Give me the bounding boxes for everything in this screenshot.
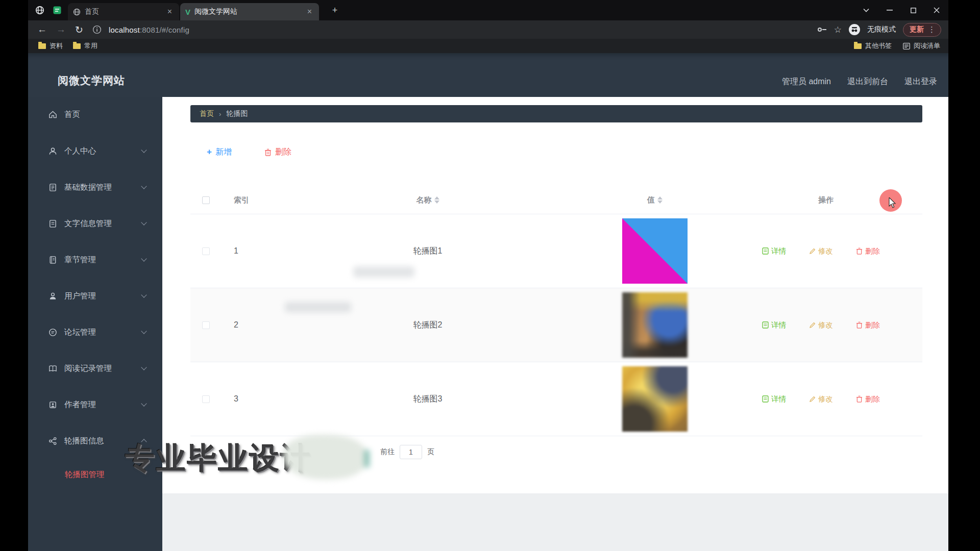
bookmark-folder-cy[interactable]: 常用 <box>73 41 97 51</box>
add-button[interactable]: + 新增 <box>207 147 232 158</box>
sidebar-item-users[interactable]: 用户管理 <box>28 284 162 308</box>
sidebar-item-home[interactable]: 首页 <box>28 102 162 127</box>
password-key-icon[interactable] <box>818 27 827 32</box>
toolbar: + 新增 删除 <box>207 144 291 160</box>
select-all-checkbox[interactable] <box>202 196 210 204</box>
edit-button[interactable]: 修改 <box>809 320 833 330</box>
detail-button[interactable]: 详情 <box>762 320 786 330</box>
edit-icon <box>809 248 816 255</box>
home-icon <box>48 110 57 119</box>
chevron-down-icon <box>141 256 146 261</box>
url-field[interactable]: localhost:8081/#/config <box>109 26 189 34</box>
detail-button[interactable]: 详情 <box>762 394 786 404</box>
back-icon[interactable]: ← <box>37 24 47 35</box>
delete-button[interactable]: 删除 <box>264 147 291 158</box>
detail-button[interactable]: 详情 <box>762 246 786 256</box>
folder-icon <box>38 43 46 49</box>
sidebar-item-basedata[interactable]: 基础数据管理 <box>28 175 162 199</box>
incognito-icon <box>849 24 860 35</box>
carousel-image-2 <box>622 292 688 358</box>
bookmark-star-icon[interactable]: ☆ <box>834 24 842 35</box>
bookmarks-bar: 资料 常用 其他书签 阅读清单 <box>28 39 948 53</box>
close-button[interactable] <box>925 0 948 20</box>
globe-icon <box>35 6 44 15</box>
carousel-image-3 <box>622 366 688 432</box>
chevron-down-icon <box>141 400 146 406</box>
url-host: localhost <box>109 26 140 34</box>
row-delete-button[interactable]: 删除 <box>856 320 880 330</box>
row-checkbox[interactable] <box>202 395 210 403</box>
maximize-button[interactable] <box>901 0 925 20</box>
bookmark-label: 常用 <box>84 41 97 51</box>
reload-icon[interactable]: ↻ <box>75 24 83 36</box>
tab-search-chevron-icon[interactable] <box>854 0 878 20</box>
row-checkbox[interactable] <box>202 321 210 329</box>
column-header-name[interactable]: 名称 <box>308 195 548 205</box>
bookmark-label: 资料 <box>50 41 63 51</box>
chat-icon <box>48 328 57 337</box>
sort-icons[interactable] <box>434 196 439 204</box>
user-icon <box>48 147 57 156</box>
pinned-tab-globe[interactable] <box>35 6 44 15</box>
trash-icon <box>264 148 272 156</box>
header-user-area: 管理员 admin 退出到前台 退出登录 <box>782 77 937 87</box>
other-bookmarks[interactable]: 其他书签 <box>854 41 892 51</box>
breadcrumb-separator: › <box>219 110 221 118</box>
breadcrumb-current: 轮播图 <box>226 109 248 118</box>
incognito-label: 无痕模式 <box>867 25 896 34</box>
tab-site[interactable]: V 阅微文学网站 × <box>180 3 319 20</box>
mouse-cursor-icon <box>889 197 897 209</box>
plus-icon: + <box>207 147 212 157</box>
sidebar-item-forum[interactable]: 论坛管理 <box>28 320 162 344</box>
add-button-label: 新增 <box>215 147 232 158</box>
minimize-button[interactable] <box>878 0 901 20</box>
bookmarks-bar-right: 其他书签 阅读清单 <box>854 39 940 53</box>
carousel-image-1 <box>622 218 688 284</box>
chevron-down-icon <box>141 328 146 334</box>
pinned-tab-docs[interactable] <box>53 6 62 15</box>
menu-dots-icon[interactable]: ⋮ <box>928 25 936 34</box>
row-delete-button[interactable]: 删除 <box>856 246 880 256</box>
row-checkbox[interactable] <box>202 247 210 255</box>
sidebar-item-label: 首页 <box>64 109 80 120</box>
notebook-icon <box>48 256 57 264</box>
sort-icons[interactable] <box>657 196 663 204</box>
page-background <box>162 493 948 551</box>
new-tab-button[interactable]: + <box>329 5 340 16</box>
vue-icon: V <box>185 8 190 16</box>
tab-home[interactable]: 首页 × <box>68 3 179 20</box>
tab-close-icon[interactable]: × <box>165 7 174 17</box>
sidebar-item-chapters[interactable]: 章节管理 <box>28 247 162 272</box>
info-icon[interactable] <box>92 25 102 34</box>
users-icon <box>48 292 57 300</box>
author-icon <box>48 400 57 409</box>
logout-link[interactable]: 退出登录 <box>904 77 937 87</box>
bookmark-folder-zl[interactable]: 资料 <box>38 41 63 51</box>
page-number-input[interactable]: 1 <box>400 445 422 459</box>
cell-index: 1 <box>221 246 308 256</box>
edit-button[interactable]: 修改 <box>809 394 833 404</box>
sidebar-item-textinfo[interactable]: 文字信息管理 <box>28 211 162 236</box>
breadcrumb-home[interactable]: 首页 <box>200 109 214 118</box>
exit-to-front-link[interactable]: 退出到前台 <box>847 77 888 87</box>
app-header: 阅微文学网站 管理员 admin 退出到前台 退出登录 <box>28 53 948 97</box>
other-bookmarks-label: 其他书签 <box>865 41 892 51</box>
sidebar-item-label: 章节管理 <box>64 255 96 265</box>
forward-icon[interactable]: → <box>56 24 66 35</box>
cell-name: 轮播图2 <box>308 320 548 331</box>
sidebar-item-profile[interactable]: 个人中心 <box>28 139 162 163</box>
share-icon <box>48 437 57 445</box>
tab-close-icon[interactable]: × <box>305 7 314 17</box>
click-indicator <box>879 189 902 212</box>
reading-list[interactable]: 阅读清单 <box>903 41 940 51</box>
sidebar-item-authors[interactable]: 作者管理 <box>28 392 162 417</box>
sidebar-item-readlog[interactable]: 阅读记录管理 <box>28 356 162 381</box>
sidebar-item-label: 阅读记录管理 <box>64 363 112 374</box>
cell-name: 轮播图1 <box>308 246 548 257</box>
sidebar-item-label: 个人中心 <box>64 146 96 157</box>
column-header-value[interactable]: 值 <box>548 195 762 205</box>
chevron-down-icon <box>141 183 146 189</box>
row-delete-button[interactable]: 删除 <box>856 394 880 404</box>
update-button[interactable]: 更新 ⋮ <box>903 23 941 37</box>
edit-button[interactable]: 修改 <box>809 246 833 256</box>
